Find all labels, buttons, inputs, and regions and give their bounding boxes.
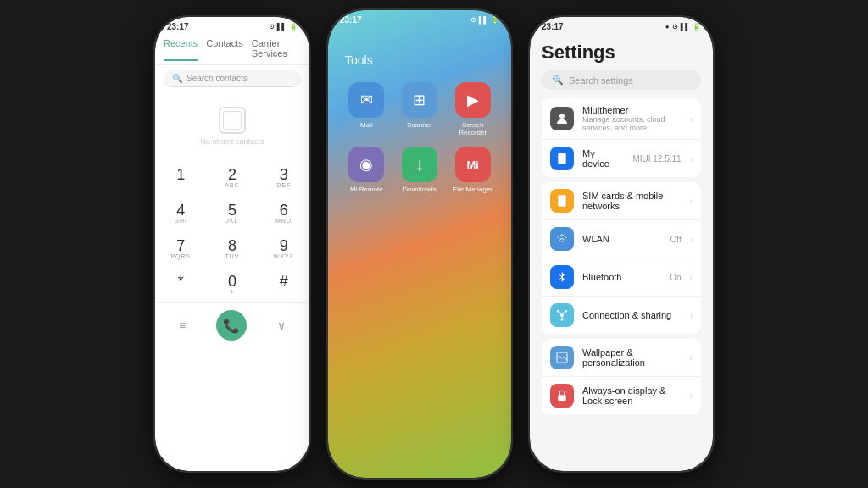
miuithemer-icon (550, 107, 574, 130)
svg-rect-1 (558, 152, 565, 164)
screen-recorder-label: Screen Recorder (451, 121, 494, 136)
app-mi-remote[interactable]: ◉ Mi Remote (345, 147, 388, 193)
miuithemer-name: Miuithemer (582, 105, 682, 115)
search-icon: 🔍 (172, 74, 182, 83)
app-screen-recorder[interactable]: ▶ Screen Recorder (451, 82, 494, 136)
keypad: 1 2ABC 3DEF 4GHI 5JKL 6MNO 7PQRS 8TUV 9W… (155, 160, 309, 302)
status-icons-left: ⊙ ▌▌ 🔋 (269, 23, 298, 30)
time-right: 23:17 (542, 22, 564, 31)
whatsapp-icon: ● (665, 23, 670, 30)
app-scanner[interactable]: ⊞ Scanner (398, 82, 442, 136)
key-2[interactable]: 2ABC (207, 160, 259, 196)
sim-text: SIM cards & mobile networks (582, 191, 682, 211)
wallpaper-chevron: › (690, 353, 693, 363)
contacts-search[interactable]: 🔍 Search contacts (164, 70, 301, 87)
key-1[interactable]: 1 (155, 160, 207, 196)
settings-bluetooth[interactable]: Bluetooth On › (542, 258, 701, 297)
mail-label: Mail (360, 121, 373, 129)
home-screen: 23:17 ⊙ ▌▌ 🔋 Tools ✉ Mail ⊞ Scanner ▶ Sc… (328, 10, 511, 478)
chevron-down-icon[interactable]: ∨ (277, 319, 286, 332)
wlan-name: WLAN (582, 234, 662, 244)
no-recent-icon (219, 107, 246, 134)
folder-label: Tools (328, 28, 511, 75)
status-bar-right: 23:17 ● ⊙ ▌▌ 🔋 (530, 17, 713, 35)
wifi-icon-r: ⊙ (672, 23, 678, 30)
sim-icon (550, 189, 574, 213)
status-bar-center: 23:17 ⊙ ▌▌ 🔋 (328, 10, 511, 28)
wifi-icon: ⊙ (269, 23, 275, 30)
bluetooth-chevron: › (690, 273, 693, 282)
key-4[interactable]: 4GHI (155, 196, 207, 231)
key-0[interactable]: 0+ (207, 267, 259, 302)
settings-wlan[interactable]: WLAN Off › (542, 220, 701, 258)
menu-icon[interactable]: ≡ (179, 319, 186, 332)
lock-screen-chevron: › (690, 391, 693, 401)
wifi-icon-c: ⊙ (470, 16, 476, 24)
tab-recents[interactable]: Recents (164, 38, 198, 61)
settings-screen: 23:17 ● ⊙ ▌▌ 🔋 Settings 🔍 Search setting… (530, 17, 713, 471)
connection-sharing-name: Connection & sharing (582, 310, 682, 320)
svg-point-6 (557, 310, 559, 313)
svg-line-9 (559, 313, 562, 313)
settings-content: Settings 🔍 Search settings Miuithemer Ma… (530, 35, 713, 426)
settings-wallpaper[interactable]: Wallpaper & personalization › (542, 339, 701, 377)
downloads-icon: ↓ (402, 147, 437, 182)
settings-connection-sharing[interactable]: Connection & sharing › (542, 297, 701, 334)
phone-left: 23:17 ⊙ ▌▌ 🔋 Recents Contacts Carrier Se… (153, 15, 311, 473)
key-star[interactable]: * (155, 267, 207, 302)
lock-screen-text: Always-on display & Lock screen (582, 385, 682, 406)
key-6[interactable]: 6MNO (258, 196, 309, 231)
lock-screen-icon (550, 384, 574, 408)
settings-group-account: Miuithemer Manage accounts, cloud servic… (542, 98, 701, 177)
svg-point-5 (560, 313, 564, 317)
my-device-version: MIUI 12.5.11 (632, 154, 681, 164)
status-bar-left: 23:17 ⊙ ▌▌ 🔋 (155, 17, 309, 35)
app-downloads[interactable]: ↓ Downloads (398, 147, 442, 193)
settings-miuithemer[interactable]: Miuithemer Manage accounts, cloud servic… (542, 98, 701, 140)
dialer-bottom-bar: ≡ 📞 ∨ (155, 302, 309, 347)
settings-search[interactable]: 🔍 Search settings (542, 70, 701, 90)
file-manager-label: File Manager (453, 186, 492, 193)
dialer-screen: 23:17 ⊙ ▌▌ 🔋 Recents Contacts Carrier Se… (155, 17, 309, 471)
settings-group-connectivity: SIM cards & mobile networks › WLAN Off › (542, 182, 701, 334)
scanner-icon: ⊞ (402, 82, 437, 118)
key-5[interactable]: 5JKL (207, 196, 259, 231)
screen-recorder-icon: ▶ (455, 82, 491, 118)
lock-screen-name: Always-on display & Lock screen (582, 385, 682, 406)
mail-icon: ✉ (348, 82, 384, 118)
key-7[interactable]: 7PQRS (155, 231, 207, 267)
search-placeholder: Search contacts (186, 74, 248, 83)
svg-point-8 (561, 319, 564, 321)
mi-remote-icon: ◉ (348, 147, 384, 182)
settings-sim-networks[interactable]: SIM cards & mobile networks › (542, 182, 701, 220)
key-hash[interactable]: # (258, 267, 309, 302)
tab-carrier-services[interactable]: Carrier Services (252, 38, 301, 61)
app-mail[interactable]: ✉ Mail (345, 82, 388, 136)
no-recent-text: No recent contacts (200, 137, 264, 146)
settings-search-placeholder: Search settings (569, 75, 633, 86)
wlan-chevron: › (690, 235, 693, 244)
status-icons-center: ⊙ ▌▌ 🔋 (470, 16, 499, 24)
wlan-text: WLAN (582, 234, 662, 244)
settings-lock-screen[interactable]: Always-on display & Lock screen › (542, 377, 701, 414)
signal-icon-c: ▌▌ (479, 16, 488, 24)
call-button[interactable]: 📞 (216, 310, 247, 341)
svg-rect-13 (558, 395, 565, 401)
key-3[interactable]: 3DEF (258, 160, 309, 196)
connection-sharing-text: Connection & sharing (582, 310, 682, 320)
scanner-label: Scanner (407, 121, 432, 129)
app-file-manager[interactable]: Mi File Manager (451, 147, 494, 193)
key-8[interactable]: 8TUV (207, 231, 259, 267)
svg-rect-4 (559, 198, 564, 202)
my-device-chevron: › (690, 154, 693, 164)
tab-contacts[interactable]: Contacts (206, 38, 242, 61)
mi-remote-label: Mi Remote (350, 186, 383, 193)
wallpaper-icon (550, 346, 574, 369)
my-device-name: My device (582, 148, 624, 169)
key-9[interactable]: 9WXYZ (258, 231, 309, 267)
bluetooth-name: Bluetooth (582, 272, 661, 282)
miuithemer-text: Miuithemer Manage accounts, cloud servic… (582, 105, 682, 132)
wlan-value: Off (670, 235, 682, 244)
svg-line-10 (562, 313, 565, 313)
settings-my-device[interactable]: My device MIUI 12.5.11 › (542, 140, 701, 177)
